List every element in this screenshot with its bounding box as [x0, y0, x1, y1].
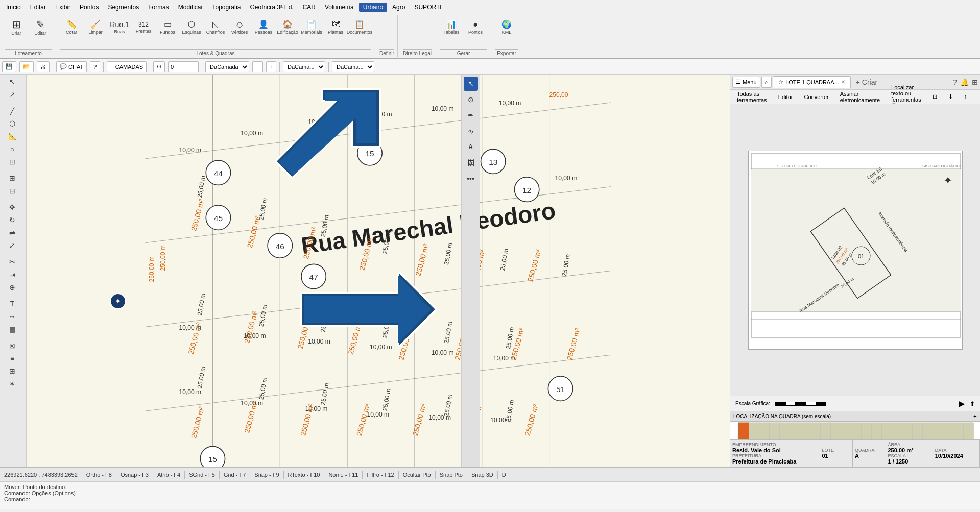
grid-status[interactable]: Grid - F7: [224, 472, 246, 478]
number-input[interactable]: [168, 61, 199, 72]
grid2-tool[interactable]: ⊟: [1, 185, 23, 197]
menu-segmentos[interactable]: Segmentos: [104, 3, 143, 12]
orbit-tool[interactable]: ⊙: [464, 92, 478, 107]
osnap-status[interactable]: Osnap - F3: [121, 472, 149, 478]
menu-car[interactable]: CAR: [299, 3, 320, 12]
cotar-button[interactable]: 📏 Cotar: [60, 16, 83, 39]
tabelas-button[interactable]: 📊 Tabelas: [440, 16, 463, 39]
add-tab-btn[interactable]: + Criar: [852, 77, 881, 87]
vertices-button[interactable]: ◇ Vértices: [228, 16, 251, 39]
menu-agro[interactable]: Agro: [388, 3, 409, 12]
pessoas-button[interactable]: 👤 Pessoas: [252, 16, 275, 39]
hatch-tool[interactable]: ▦: [1, 323, 23, 335]
save-button[interactable]: 💾: [2, 61, 16, 72]
bell-icon[interactable]: 🔔: [960, 78, 969, 86]
lote-tab[interactable]: ☆ LOTE 1 QUADRAA... ✕: [773, 76, 851, 88]
extend-tool[interactable]: ⇥: [1, 269, 23, 281]
kml-button[interactable]: 🌍 KML: [495, 16, 518, 39]
scale-tool[interactable]: ⤢: [1, 239, 23, 252]
grid-tool[interactable]: ⊞: [1, 172, 23, 184]
rotate-tool[interactable]: ↻: [1, 214, 23, 226]
editar-button[interactable]: ✎ Editar: [29, 16, 52, 39]
attr-tool[interactable]: ⊞: [1, 365, 23, 377]
more-right-btn[interactable]: ⋮: [973, 92, 980, 102]
pontos-button[interactable]: ● Pontos: [464, 16, 487, 39]
pen-tool[interactable]: ✒: [464, 108, 478, 123]
misc-tool[interactable]: ✶: [1, 378, 23, 390]
layer-select[interactable]: DaCamada: [205, 61, 249, 72]
color-select[interactable]: DaCama...: [283, 61, 325, 72]
draw-line-tool[interactable]: ╱: [1, 105, 23, 117]
snap-pto-status[interactable]: Snap Pto: [440, 472, 463, 478]
chanfros-button[interactable]: ◺ Chanfros: [204, 16, 227, 39]
chat-button[interactable]: 💬 CHAT: [56, 61, 87, 72]
fundos-button[interactable]: ▭ Fundos: [156, 16, 179, 39]
image-tool[interactable]: 🖼: [464, 156, 478, 170]
nome-status[interactable]: Nome - F11: [328, 472, 358, 478]
ortho-status[interactable]: Ortho - F8: [86, 472, 112, 478]
view-select[interactable]: DaCama...: [332, 61, 374, 72]
plantas-button[interactable]: 🗺 Plantas: [324, 16, 347, 39]
text-tool[interactable]: T: [1, 298, 23, 310]
menu-urbano[interactable]: Urbano: [359, 3, 387, 12]
circle-tool[interactable]: ○: [1, 143, 23, 155]
menu-topografia[interactable]: Topografia: [208, 3, 245, 12]
select2-tool[interactable]: ↗: [1, 88, 23, 101]
snap-status[interactable]: Snap - F9: [254, 472, 279, 478]
edit-btn[interactable]: Editar: [774, 92, 798, 102]
measure-tool[interactable]: 📐: [1, 130, 23, 142]
menu-geoincra[interactable]: GeoIncra 3ª Ed.: [246, 3, 298, 12]
star-mini-icon[interactable]: ✦: [973, 413, 977, 419]
esquinas-button[interactable]: ⬡ Esquinas: [180, 16, 203, 39]
menu-inicio[interactable]: Início: [2, 3, 25, 12]
limpar-button[interactable]: 🧹 Limpar: [84, 16, 107, 39]
mirror-tool[interactable]: ⇌: [1, 227, 23, 239]
documentos-button[interactable]: 📋 Documentos: [348, 16, 371, 39]
share-btn[interactable]: ↑: [960, 92, 972, 102]
sign-btn[interactable]: Assinar eletronicamente: [835, 89, 885, 105]
scale-expand-icon[interactable]: ⬆: [970, 400, 975, 407]
map-canvas[interactable]: Rua Marechal Deodoro 44 45 46 47 48: [27, 75, 730, 467]
menu-volumetria[interactable]: Volumetria: [321, 3, 358, 12]
canvas-area[interactable]: Rua Marechal Deodoro 44 45 46 47 48: [27, 75, 730, 467]
menu-modificar[interactable]: Modificar: [174, 3, 207, 12]
memoriais-button[interactable]: 📄 Memoriais: [300, 16, 323, 39]
home-btn[interactable]: ⌂: [761, 77, 772, 88]
more-tool[interactable]: •••: [464, 172, 478, 186]
help-right-icon[interactable]: ?: [953, 78, 957, 86]
print-button[interactable]: 🖨: [37, 61, 50, 72]
plus-button[interactable]: +: [266, 61, 276, 72]
rtexto-status[interactable]: RTexto - F10: [288, 472, 320, 478]
criar-button[interactable]: ⊞ Criar: [5, 16, 28, 39]
atrib-status[interactable]: Atrib - F4: [157, 472, 180, 478]
layer-tool[interactable]: ≡: [1, 352, 23, 364]
snap-tool[interactable]: ⊕: [1, 281, 23, 294]
snap-button[interactable]: ⊙: [153, 61, 165, 72]
filtro-status[interactable]: Filtro - F12: [367, 472, 394, 478]
curve-tool[interactable]: ∿: [464, 124, 478, 138]
trim-tool[interactable]: ✂: [1, 256, 23, 268]
all-tools-btn[interactable]: Todas as ferramentas: [732, 89, 772, 105]
frentes-button[interactable]: 312 Frentes: [132, 16, 155, 39]
grid-right-icon[interactable]: ⊞: [972, 78, 978, 86]
select-tool[interactable]: ↖: [1, 76, 23, 88]
menu-formas[interactable]: Formas: [144, 3, 173, 12]
extra-status[interactable]: D: [502, 472, 506, 478]
scale-btn-right[interactable]: ▶: [959, 399, 965, 408]
open-button[interactable]: 📂: [19, 61, 34, 72]
text-tool-r[interactable]: A: [464, 140, 478, 154]
camadas-button[interactable]: ≡ CAMADAS: [107, 61, 147, 72]
dim-tool[interactable]: ↔: [1, 310, 23, 323]
menu-exibir[interactable]: Exibir: [51, 3, 75, 12]
menu-pontos[interactable]: Pontos: [76, 3, 103, 12]
sgrip-status[interactable]: SGrid - F5: [189, 472, 215, 478]
ref-tool[interactable]: ⊠: [1, 339, 23, 352]
download-btn[interactable]: ⬇: [944, 92, 958, 102]
cursor-tool-right[interactable]: ↖: [464, 77, 478, 91]
help-button[interactable]: ?: [90, 61, 100, 72]
minus-button[interactable]: −: [252, 61, 262, 72]
ruas-button[interactable]: Ruo.1 Ruas: [108, 16, 131, 39]
draw-poly-tool[interactable]: ⬡: [1, 117, 23, 130]
menu-editar[interactable]: Editar: [26, 3, 50, 12]
snap-3d-status[interactable]: Snap 3D: [471, 472, 493, 478]
